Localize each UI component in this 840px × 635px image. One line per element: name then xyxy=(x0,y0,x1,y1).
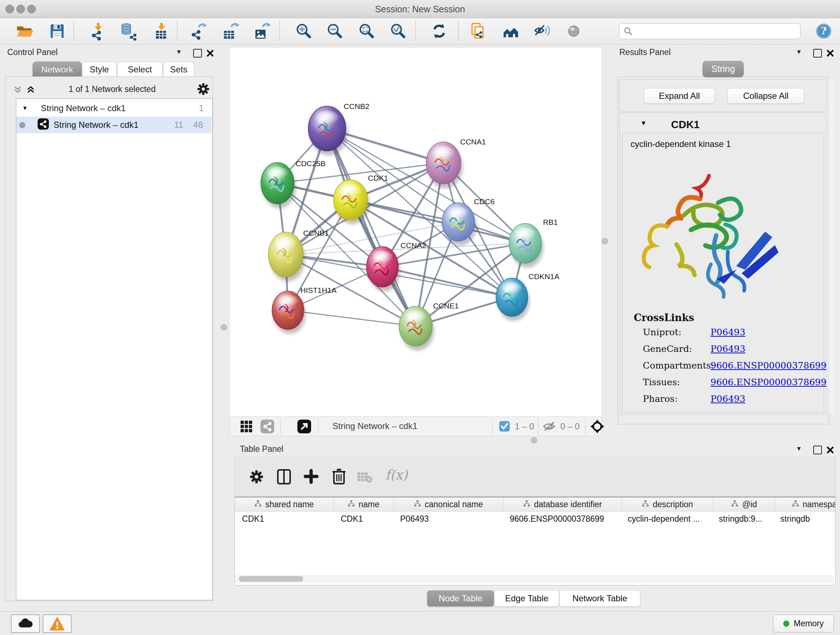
control-panel-float-icon[interactable] xyxy=(193,49,202,57)
network-view-toolbar: String Network – cdk1 1 – 0 0 – 0 xyxy=(229,416,602,436)
tab-edge-table-label: Edge Table xyxy=(505,593,548,603)
fit-content-crosshair-icon[interactable] xyxy=(590,419,605,435)
crosslink-genecard-link[interactable]: P06493 xyxy=(711,344,745,354)
show-columns-icon[interactable] xyxy=(277,469,291,486)
search-input[interactable] xyxy=(619,23,801,39)
hidden-eye-slash-icon xyxy=(542,420,557,434)
help-icon[interactable]: ? xyxy=(815,22,833,42)
column-header-canonical-name[interactable]: canonical name xyxy=(393,497,504,511)
table-row[interactable]: CDK1 CDK1 P06493 9606.ENSP00000378699 cy… xyxy=(235,511,835,526)
crosslink-tissues-link[interactable]: 9606.ENSP00000378699 xyxy=(711,377,827,387)
string-view-icon[interactable] xyxy=(260,419,275,435)
tab-select[interactable]: Select xyxy=(117,62,163,77)
tab-style[interactable]: Style xyxy=(82,62,117,77)
crosslink-uniprot-link[interactable]: P06493 xyxy=(711,327,745,337)
control-panel-collapse-icon[interactable]: ▼ xyxy=(176,49,182,56)
export-network-icon[interactable] xyxy=(189,22,208,41)
results-panel-close-icon[interactable] xyxy=(826,49,834,57)
tab-network[interactable]: Network xyxy=(33,62,82,77)
cell-shared-name[interactable]: CDK1 xyxy=(235,511,333,526)
collapse-all-networks-icon[interactable] xyxy=(13,84,22,96)
zoom-in-icon[interactable] xyxy=(294,22,313,41)
create-column-icon[interactable] xyxy=(303,469,319,486)
cloud-button[interactable] xyxy=(11,614,40,633)
hide-graphics-details-icon[interactable] xyxy=(533,22,552,41)
save-session-icon[interactable] xyxy=(48,22,66,41)
tab-node-table[interactable]: Node Table xyxy=(427,590,494,607)
crosslink-compartments-link[interactable]: 9606.ENSP00000378699 xyxy=(711,360,827,371)
export-image-icon[interactable] xyxy=(253,22,271,41)
import-network-database-icon[interactable] xyxy=(119,22,138,41)
export-table-icon[interactable] xyxy=(221,22,240,41)
table-panel-title: Table Panel xyxy=(240,444,283,454)
control-panel-close-icon[interactable] xyxy=(206,49,214,57)
network-row-selected[interactable]: String Network – cdk1 11 48 xyxy=(16,117,212,133)
bottom-splitter-handle[interactable] xyxy=(531,437,537,443)
results-scrollbar[interactable] xyxy=(829,79,834,414)
results-panel-collapse-icon[interactable]: ▼ xyxy=(796,49,802,56)
tab-string[interactable]: String xyxy=(703,61,744,77)
houses-icon[interactable] xyxy=(501,22,520,41)
results-panel-float-icon[interactable] xyxy=(813,49,822,57)
table-horizontal-scrollbar[interactable] xyxy=(235,575,834,583)
table-panel-float-icon[interactable] xyxy=(813,446,822,454)
memory-button[interactable]: Memory xyxy=(773,615,834,632)
show-graphics-details-icon[interactable] xyxy=(564,22,583,41)
collection-expand-icon[interactable]: ▼ xyxy=(22,105,28,111)
expand-all-networks-icon[interactable] xyxy=(26,84,35,96)
tab-node-table-label: Node Table xyxy=(439,593,483,603)
cell-namespace[interactable]: stringdb xyxy=(773,511,836,526)
node-table[interactable]: shared name name canonical name database… xyxy=(234,497,836,585)
delete-column-trash-icon[interactable] xyxy=(332,468,346,486)
column-label: @id xyxy=(742,500,757,509)
column-header-name[interactable]: name xyxy=(334,497,393,511)
zoom-selected-icon[interactable] xyxy=(389,22,408,41)
column-header-namespace[interactable]: namespace xyxy=(775,497,836,511)
grid-mode-icon[interactable] xyxy=(240,420,253,434)
open-session-icon[interactable] xyxy=(15,22,34,41)
collection-count: 1 xyxy=(199,103,204,113)
network-collection-row[interactable]: ▼ String Network – cdk1 1 xyxy=(16,100,212,117)
network-graph[interactable]: CCNB2CCNA1CDC25BCDK1CDC6RB1CCNB1CCNA2CDK… xyxy=(230,48,602,416)
cell-description[interactable]: cyclin-dependent ... xyxy=(621,511,712,526)
protein-structure-image[interactable] xyxy=(633,161,782,302)
zoom-out-icon[interactable] xyxy=(325,22,344,41)
cell-canonical-name[interactable]: P06493 xyxy=(393,511,502,526)
import-network-file-icon[interactable] xyxy=(88,22,107,41)
column-header-description[interactable]: description xyxy=(622,497,714,511)
collection-label: String Network – cdk1 xyxy=(41,103,126,113)
cell-database-identifier[interactable]: 9606.ENSP00000378699 xyxy=(502,511,621,526)
cell-id[interactable]: stringdb:9... xyxy=(712,511,773,526)
left-splitter-handle[interactable] xyxy=(221,324,227,331)
table-options-gear-icon[interactable] xyxy=(249,470,264,486)
column-header-database-identifier[interactable]: database identifier xyxy=(504,497,622,511)
clone-network-icon[interactable] xyxy=(469,22,488,41)
column-header-shared-name[interactable]: shared name xyxy=(235,497,334,511)
network-canvas[interactable]: CCNB2CCNA1CDC25BCDK1CDC6RB1CCNB1CCNA2CDK… xyxy=(229,47,602,417)
tab-edge-table[interactable]: Edge Table xyxy=(494,590,559,607)
collapse-all-button[interactable]: Collapse All xyxy=(727,88,805,104)
scrollbar-thumb[interactable] xyxy=(239,576,303,582)
svg-text:CCNB2: CCNB2 xyxy=(344,102,369,111)
tab-sets[interactable]: Sets xyxy=(163,62,194,77)
toolbar-separator xyxy=(279,22,280,41)
zoom-fit-icon[interactable] xyxy=(357,22,376,41)
crosslink-pharos-link[interactable]: P06493 xyxy=(711,394,745,404)
crosslink-label: Pharos: xyxy=(643,394,677,404)
selected-checkbox-icon[interactable] xyxy=(499,421,510,433)
tab-network-table[interactable]: Network Table xyxy=(559,590,640,607)
network-options-gear-icon[interactable] xyxy=(197,82,210,97)
tab-sets-label: Sets xyxy=(170,65,187,74)
right-splitter-handle[interactable] xyxy=(602,238,608,244)
warning-button[interactable] xyxy=(43,614,72,633)
birdseye-view-icon[interactable] xyxy=(297,419,311,435)
column-label: canonical name xyxy=(425,500,483,509)
expand-all-button[interactable]: Expand All xyxy=(644,88,715,104)
gene-section-collapse-icon[interactable]: ▼ xyxy=(640,119,647,127)
table-panel-close-icon[interactable] xyxy=(826,446,834,454)
refresh-layout-icon[interactable] xyxy=(430,22,448,41)
import-table-icon[interactable] xyxy=(152,22,171,41)
cell-name[interactable]: CDK1 xyxy=(333,511,393,526)
table-panel-collapse-icon[interactable]: ▼ xyxy=(796,445,802,453)
column-header-id[interactable]: @id xyxy=(714,497,775,511)
